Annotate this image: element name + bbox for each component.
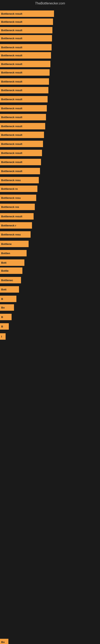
- bottleneck-bar: Bottleneck resu: [0, 177, 39, 183]
- bar-label: Bottleneck result: [1, 160, 22, 164]
- bar-label: Bottleneck re: [1, 187, 18, 190]
- bar-label: Bottleneck resu: [1, 233, 21, 236]
- bar-label: Bott: [1, 261, 6, 264]
- bar-container: Bottleneck result: [0, 150, 100, 156]
- bottleneck-bar: Bottleneck result: [0, 35, 52, 42]
- bar-container: Bottle: [0, 268, 100, 274]
- bar-container: Bottleneck re: [0, 186, 100, 192]
- bar-container: Bottleneck res: [0, 204, 100, 210]
- bar-container: Bottleneck result: [0, 78, 100, 85]
- bar-label: Bo: [1, 640, 4, 644]
- bar-container: Bottleneck resu: [0, 194, 100, 201]
- bottleneck-bar: Bottleneck result: [0, 213, 34, 220]
- bottleneck-bar: Bottleneck result: [0, 150, 42, 156]
- bar-label: B: [1, 325, 3, 328]
- bottleneck-bar: Bottleneck result: [0, 105, 47, 112]
- bottleneck-bar: Bottleneck result: [0, 132, 44, 138]
- bar-label: Bottleneck result: [1, 37, 22, 40]
- bar-label: Bottleneck result: [1, 20, 22, 23]
- bar-container: Bott: [0, 286, 100, 292]
- bottleneck-bar: Bo: [0, 639, 8, 644]
- bar-container: B: [0, 296, 100, 302]
- bar-container: Bottleneck result: [0, 27, 100, 34]
- bar-label: Bottleneck result: [1, 71, 22, 74]
- bottleneck-bar: Bottleneck result: [0, 52, 51, 58]
- bar-label: Bottleneck result: [1, 152, 22, 154]
- bar-label: B: [1, 316, 3, 318]
- bar-container: Bottlen: [0, 250, 100, 256]
- bar-label: Bo: [1, 306, 4, 309]
- bar-label: Bottleneck result: [1, 80, 22, 83]
- bottleneck-bar: Bottlenec: [0, 277, 21, 283]
- bottleneck-bar: Bottleneck result: [0, 61, 50, 67]
- bar-container: Bottleneck result: [0, 10, 100, 17]
- bar-label: I: [1, 335, 2, 338]
- bar-container: Bo: [0, 304, 100, 311]
- bottleneck-bar: Bottleneck result: [0, 18, 53, 25]
- bar-container: Bottleneck result: [0, 213, 100, 220]
- bar-label: Bottleneck result: [1, 107, 22, 110]
- bar-label: Bottleneck resu: [1, 179, 21, 182]
- bar-label: Bottle: [1, 269, 9, 272]
- bar-label: Bottleneck result: [1, 125, 22, 128]
- bar-label: Bottleneck result: [1, 62, 22, 66]
- bar-container: Bottleneck result: [0, 141, 100, 147]
- bar-label: Bottleneck result: [1, 170, 22, 173]
- bottleneck-bar: Bottleneck result: [0, 44, 51, 50]
- bar-container: Bottleneck resu: [0, 177, 100, 183]
- bottleneck-bar: Bottleneck resu: [0, 231, 31, 238]
- bar-container: Bottleneck result: [0, 18, 100, 25]
- bottleneck-bar: Bott: [0, 286, 19, 292]
- bottleneck-bar: Bott: [0, 260, 24, 266]
- bottleneck-bar: Bo: [0, 304, 14, 311]
- bottleneck-bar: Bottleneck result: [0, 78, 49, 85]
- bar-container: Bottlenec: [0, 277, 100, 283]
- bar-label: Bott: [1, 288, 6, 291]
- bottleneck-bar: B: [0, 323, 9, 330]
- bar-label: Bottleneck r: [1, 224, 16, 227]
- bottleneck-bar: Bottleneck result: [0, 114, 46, 120]
- bar-container: Bottleneck resu: [0, 231, 100, 238]
- bottleneck-bar: Bottleneck result: [0, 10, 54, 17]
- bar-container: Bottleneck result: [0, 123, 100, 130]
- bar-container: Bottleneck result: [0, 159, 100, 165]
- bar-container: I: [0, 333, 100, 340]
- bar-container: B: [0, 323, 100, 330]
- site-title: TheBottlenecker.com: [0, 0, 100, 7]
- bar-container: Bottleneck result: [0, 35, 100, 42]
- bottleneck-bar: Bottleneck resu: [0, 194, 36, 201]
- bar-label: Bottleneck result: [1, 46, 22, 49]
- bottleneck-bar: Bottleneck result: [0, 96, 48, 102]
- bar-label: Bottleneck result: [1, 54, 22, 57]
- bottleneck-bar: Bottleneck result: [0, 168, 40, 174]
- bar-label: Bottleneck resu: [1, 196, 21, 200]
- bar-container: Bott: [0, 260, 100, 266]
- bar-label: Bottleneck result: [1, 29, 22, 32]
- bar-label: B: [1, 298, 3, 300]
- bar-container: B: [0, 314, 100, 320]
- bar-label: Bottleneck result: [1, 89, 22, 92]
- bottleneck-bar: Bottleneck result: [0, 87, 49, 94]
- bar-label: Bottlenec: [1, 279, 13, 282]
- bottleneck-bar: Bottleneck r: [0, 222, 32, 228]
- bottleneck-bar: Bottleneck result: [0, 159, 41, 165]
- bottleneck-bar: Bottleneck result: [0, 27, 52, 34]
- bar-container: Bottleneck result: [0, 132, 100, 138]
- bar-container: Bottleneck result: [0, 44, 100, 50]
- bottleneck-bar: Bottleneck result: [0, 69, 50, 76]
- bottleneck-bar: Bottle: [0, 268, 22, 274]
- bar-container: Bottleneck r: [0, 222, 100, 228]
- bar-container: Bottleneck result: [0, 61, 100, 67]
- bar-label: Bottleneck res: [1, 206, 19, 208]
- bar-label: Bottlen: [1, 252, 10, 255]
- bottleneck-bar: Bottlene: [0, 241, 29, 247]
- site-title-container: TheBottlenecker.com: [0, 0, 100, 7]
- bottleneck-bar: B: [0, 296, 16, 302]
- bottleneck-bar: I: [0, 333, 6, 340]
- bottleneck-bar: Bottleneck re: [0, 186, 37, 192]
- bar-label: Bottleneck result: [1, 215, 22, 218]
- bottleneck-bar: Bottleneck result: [0, 123, 45, 130]
- bar-container: Bottlene: [0, 241, 100, 247]
- bar-label: Bottleneck result: [1, 142, 22, 146]
- bottleneck-bar: Bottlen: [0, 250, 27, 256]
